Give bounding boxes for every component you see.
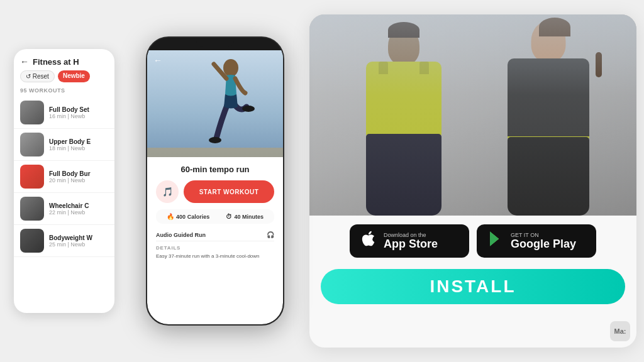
start-workout-label: START WORKOUT — [199, 189, 259, 195]
workout-thumbnail — [20, 229, 44, 253]
hero-image: ← — [147, 50, 283, 157]
app-screen-title: Fitness at H — [33, 57, 79, 67]
workout-name: Bodyweight W — [49, 234, 92, 241]
details-section: DETAILS Easy 37-minute run with a 3-minu… — [156, 245, 274, 260]
workouts-count: 95 WORKOUTS — [14, 87, 114, 97]
workout-thumbnail — [20, 133, 44, 156]
calories-stat: 🔥 400 Calories — [167, 213, 209, 220]
workout-name: Full Body Bur — [49, 170, 91, 177]
phone-back-button[interactable]: ← — [153, 55, 162, 65]
list-item[interactable]: Full Body Set 16 min | Newb — [14, 97, 114, 129]
workout-meta: 16 min | Newb — [49, 113, 89, 119]
ground — [147, 148, 283, 157]
google-play-button[interactable]: GET IT ON Google Play — [477, 224, 596, 258]
google-play-main-text: Google Play — [511, 238, 576, 251]
phone-notch-area — [147, 38, 283, 50]
list-item[interactable]: Upper Body E 18 min | Newb — [14, 129, 114, 161]
clock-icon: ⏱ — [226, 213, 232, 220]
list-item[interactable]: Bodyweight W 25 min | Newb — [14, 225, 114, 257]
minutes-value: 40 Minutes — [234, 214, 264, 220]
store-buttons-section: Download on the App Store — [309, 216, 636, 264]
phone-screen: ← — [147, 50, 283, 324]
phone-mockup: ← — [146, 36, 284, 326]
workout-meta: 22 min | Newb — [49, 209, 89, 216]
phone-content: 60-min tempo run 🎵 START WORKOUT 🔥 400 C… — [147, 157, 283, 324]
app-store-main-text: App Store — [384, 238, 438, 251]
workout-meta: 20 min | Newb — [49, 177, 91, 184]
svg-marker-3 — [490, 232, 499, 246]
svg-point-2 — [242, 106, 255, 112]
svg-point-0 — [223, 59, 238, 77]
right-panel: Download on the App Store — [309, 14, 636, 348]
details-description: Easy 37-minute run with a 3-minute cool-… — [156, 253, 274, 260]
svg-point-1 — [209, 137, 221, 143]
runner-svg — [196, 57, 259, 157]
main-container: ← Fitness at H ↺ Reset Newbie 95 WORKOUT… — [0, 0, 644, 362]
workout-meta: 25 min | Newb — [49, 241, 92, 248]
photo-overlay — [309, 14, 636, 216]
workout-thumbnail — [20, 165, 44, 189]
google-play-icon — [488, 231, 504, 251]
calories-value: 400 Calories — [176, 214, 209, 220]
fitness-photo — [309, 14, 636, 216]
music-icon: 🎵 — [162, 187, 173, 197]
install-button[interactable]: INSTALL — [321, 269, 625, 304]
maze-badge: Ma: — [610, 321, 630, 341]
reset-filter-button[interactable]: ↺ Reset — [20, 70, 55, 82]
google-play-text: GET IT ON Google Play — [511, 232, 576, 251]
install-label: INSTALL — [430, 277, 516, 297]
fire-icon: 🔥 — [167, 213, 174, 220]
headphones-icon: 🎧 — [267, 231, 274, 238]
workout-thumbnail — [20, 101, 44, 124]
list-item[interactable]: Wheelchair C 22 min | Newb — [14, 193, 114, 225]
audio-label: Audio Guided Run — [156, 232, 206, 238]
left-section: ← Fitness at H ↺ Reset Newbie 95 WORKOUT… — [8, 0, 297, 362]
workout-thumbnail — [20, 197, 44, 221]
audio-row: Audio Guided Run 🎧 — [156, 229, 274, 241]
music-button[interactable]: 🎵 — [156, 180, 179, 203]
phone-notch — [196, 41, 234, 47]
workout-meta: 18 min | Newb — [49, 145, 91, 151]
minutes-stat: ⏱ 40 Minutes — [226, 213, 264, 220]
workout-name: Upper Body E — [49, 138, 91, 145]
stats-row: 🔥 400 Calories ⏱ 40 Minutes — [156, 209, 274, 224]
list-item[interactable]: Full Body Bur 20 min | Newb — [14, 161, 114, 193]
workout-name: Wheelchair C — [49, 202, 89, 209]
install-section: INSTALL — [309, 264, 636, 313]
workout-name: Full Body Set — [49, 106, 89, 113]
newbie-filter-button[interactable]: Newbie — [58, 70, 90, 82]
workout-detail-title: 60-min tempo run — [156, 165, 274, 174]
start-workout-button[interactable]: START WORKOUT — [184, 180, 274, 203]
details-heading: DETAILS — [156, 245, 274, 251]
app-store-text: Download on the App Store — [384, 232, 438, 251]
app-store-button[interactable]: Download on the App Store — [350, 224, 469, 258]
action-row: 🎵 START WORKOUT — [156, 180, 274, 203]
apple-icon — [361, 231, 377, 251]
background-app-screen: ← Fitness at H ↺ Reset Newbie 95 WORKOUT… — [14, 49, 114, 313]
back-arrow-icon[interactable]: ← — [20, 57, 29, 67]
